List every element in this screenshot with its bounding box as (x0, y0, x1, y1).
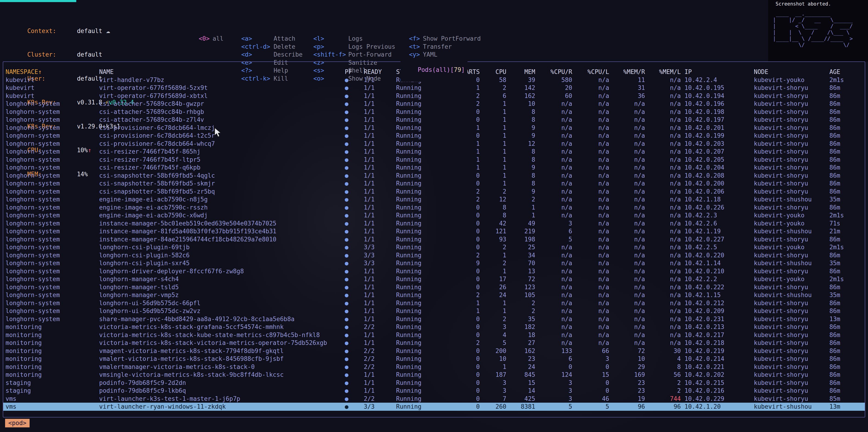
column-header-cpu-r: %CPU/R (537, 68, 574, 76)
cell-mem-r: n/a (611, 132, 647, 140)
pod-row[interactable]: longhorn-system csi-attacher-57689cc84b-… (3, 108, 865, 116)
cell-restarts: 0 (449, 267, 482, 275)
cell-restarts: 0 (449, 243, 482, 251)
cell-cpu-l: n/a (574, 147, 611, 156)
cell-mem-r: n/a (611, 220, 647, 228)
cell-cpu-l: n/a (574, 235, 611, 243)
cell-ready: 1/1 (364, 371, 396, 379)
top-accent-bar (0, 0, 76, 2)
pod-row[interactable]: monitoring victoria-metrics-k8s-stack-vi… (3, 339, 865, 347)
cell-ip: 10.42.0.196 (683, 100, 752, 108)
pod-row[interactable]: longhorn-system csi-provisioner-6c78dcb6… (3, 132, 865, 140)
cell-cpu-l: n/a (574, 108, 611, 116)
pod-row[interactable]: longhorn-system longhorn-ui-56d9b575dc-z… (3, 307, 865, 315)
pod-row[interactable]: kubevirt virt-operator-6776f5689d-5zx9t … (3, 84, 865, 92)
cell-cpu-l: n/a (574, 275, 611, 283)
cell-name: share-manager-pvc-4bbd8429-aa8a-4912-92c… (99, 315, 343, 323)
portforward-dot-icon: ● (343, 147, 364, 156)
cell-name: longhorn-driver-deployer-8fccf67f6-zw8g8 (99, 267, 343, 275)
pod-row[interactable]: longhorn-system csi-snapshotter-58bf69fb… (3, 172, 865, 180)
pod-row[interactable]: longhorn-system longhorn-csi-plugin-582c… (3, 251, 865, 259)
pod-row[interactable]: longhorn-system csi-resizer-7466f7b45f-l… (3, 156, 865, 164)
pod-row[interactable]: longhorn-system engine-image-ei-acb7590c… (3, 195, 865, 203)
cell-mem-r: n/a (611, 179, 647, 188)
pod-row[interactable]: longhorn-system csi-provisioner-6c78dcb6… (3, 124, 865, 132)
cell-node: kubevirt-youko (752, 243, 829, 251)
cell-cpu: 24 (482, 291, 508, 299)
pod-row[interactable]: longhorn-system longhorn-manager-s4ch4 ●… (3, 275, 865, 283)
cell-mem: 8 (508, 156, 537, 164)
column-header-node: NODE (752, 68, 829, 76)
pod-row[interactable]: monitoring victoria-metrics-k8s-stack-gr… (3, 323, 865, 331)
cell-cpu-r: n/a (537, 267, 574, 275)
cell-mem-r: n/a (611, 251, 647, 259)
cell-mem-l: n/a (647, 179, 683, 188)
portforward-dot-icon: ● (343, 76, 364, 84)
pod-row[interactable]: longhorn-system csi-snapshotter-58bf69fb… (3, 179, 865, 188)
cell-cpu-r: 3 (537, 379, 574, 387)
pod-row[interactable]: longhorn-system csi-resizer-7466f7b45f-q… (3, 164, 865, 172)
pod-row[interactable]: kubevirt virt-operator-6776f5689d-xbtxl … (3, 92, 865, 100)
cell-restarts: 1 (449, 156, 482, 164)
cell-cpu: 1 (482, 140, 508, 148)
pod-row[interactable]: monitoring victoria-metrics-k8s-stack-ku… (3, 331, 865, 339)
pod-row[interactable]: longhorn-system longhorn-csi-plugin-69tj… (3, 243, 865, 251)
cell-name: longhorn-csi-plugin-sxr45 (99, 259, 343, 267)
pod-row[interactable]: monitoring vmsingle-victoria-metrics-k8s… (3, 371, 865, 379)
cell-status: Running (396, 116, 449, 124)
pod-row[interactable]: longhorn-system instance-manager-5bc01ee… (3, 220, 865, 228)
portforward-dot-icon: ● (343, 387, 364, 395)
pod-row[interactable]: longhorn-system instance-manager-81fd5a4… (3, 227, 865, 235)
pod-row[interactable]: longhorn-system csi-snapshotter-58bf69fb… (3, 188, 865, 196)
cell-cpu-l: n/a (574, 76, 611, 84)
pod-row[interactable]: longhorn-system longhorn-manager-vmp5z ●… (3, 291, 865, 299)
cell-cpu: 3 (482, 323, 508, 331)
pod-row[interactable]: vms virt-launcher-k3s-test-1-master-1-j6… (3, 395, 865, 403)
cell-age: 86m (829, 203, 865, 211)
cell-ready: 3/3 (364, 259, 396, 267)
cell-cpu-l: 5 (574, 403, 611, 411)
cell-mem: 198 (508, 235, 537, 243)
cell-mem-l: n/a (647, 92, 683, 100)
portforward-dot-icon: ● (343, 164, 364, 172)
pod-row[interactable]: longhorn-system longhorn-manager-tsld5 ●… (3, 283, 865, 291)
cell-namespace: longhorn-system (5, 267, 99, 275)
pod-row[interactable]: longhorn-system engine-image-ei-acb7590c… (3, 211, 865, 220)
cell-mem-l: n/a (647, 275, 683, 283)
cell-ready: 1/1 (364, 275, 396, 283)
pod-row[interactable]: longhorn-system engine-image-ei-acb7590c… (3, 203, 865, 211)
pod-row[interactable]: monitoring vmagent-victoria-metrics-k8s-… (3, 347, 865, 355)
pod-row[interactable]: monitoring vmalertmanager-victoria-metri… (3, 363, 865, 371)
portforward-dot-icon: ● (343, 156, 364, 164)
pod-row[interactable]: longhorn-system share-manager-pvc-4bbd84… (3, 315, 865, 323)
cell-cpu-l: n/a (574, 299, 611, 307)
pod-row[interactable]: vms virt-launcher-ryan-windows-11-zkdqk … (3, 403, 865, 411)
cell-name: csi-attacher-57689cc84b-rhbgb (99, 108, 343, 116)
pod-row[interactable]: longhorn-system csi-provisioner-6c78dcb6… (3, 140, 865, 148)
cell-node: kubevirt-shoryu (752, 323, 829, 331)
cell-restarts: 0 (449, 179, 482, 188)
cell-cpu: 1 (482, 124, 508, 132)
pod-row[interactable]: longhorn-system longhorn-csi-plugin-sxr4… (3, 259, 865, 267)
cell-ready: 1/1 (364, 227, 396, 235)
pod-row[interactable]: longhorn-system longhorn-ui-56d9b575dc-6… (3, 299, 865, 307)
cell-cpu-l: n/a (574, 164, 611, 172)
pod-row[interactable]: longhorn-system instance-manager-84ae215… (3, 235, 865, 243)
pod-row[interactable]: longhorn-system longhorn-driver-deployer… (3, 267, 865, 275)
pod-row[interactable]: longhorn-system csi-attacher-57689cc84b-… (3, 116, 865, 124)
cell-mem-l: n/a (647, 140, 683, 148)
pod-row[interactable]: staging podinfo-79db68f5c9-lkb6q ● 1/1 R… (3, 387, 865, 395)
cell-mem-r: n/a (611, 100, 647, 108)
cell-cpu: 1 (482, 307, 508, 315)
cell-cpu: 121 (482, 227, 508, 235)
pod-row[interactable]: monitoring vmalert-victoria-metrics-k8s-… (3, 355, 865, 363)
cell-name: instance-manager-81fd5a408b3f0fe37bb915f… (99, 227, 343, 235)
pod-row[interactable]: longhorn-system csi-attacher-57689cc84b-… (3, 100, 865, 108)
cell-mem-r: 29 (611, 363, 647, 371)
pod-row[interactable]: staging podinfo-79db68f5c9-2d2dn ● 1/1 R… (3, 379, 865, 387)
cell-cpu: 1 (482, 179, 508, 188)
cell-ip: 10.42.2.3 (683, 211, 752, 220)
pod-row[interactable]: longhorn-system csi-resizer-7466f7b45f-8… (3, 147, 865, 156)
cell-cpu: 1 (482, 100, 508, 108)
panel-title-text: Pods(all)[ (418, 66, 454, 73)
